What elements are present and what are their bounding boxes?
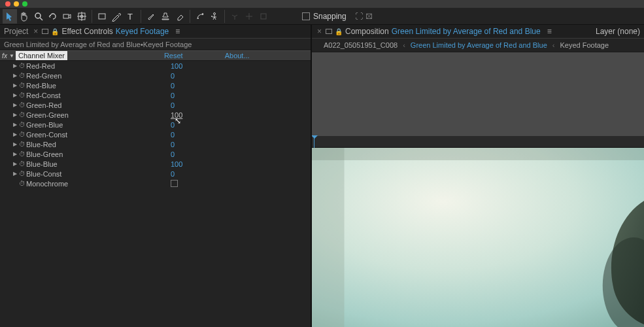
selection-tool-icon[interactable] [3, 9, 17, 24]
stopwatch-icon[interactable]: ⏱ [18, 92, 26, 99]
effect-name[interactable]: Channel Mixer [16, 51, 67, 60]
window-minimize-icon[interactable] [14, 1, 19, 7]
window-close-icon[interactable] [5, 1, 10, 7]
monochrome-checkbox[interactable] [171, 180, 178, 187]
twirl-icon[interactable]: ▶ [13, 151, 18, 157]
rect-tool-icon[interactable] [95, 9, 109, 24]
param-name: Blue-Green [26, 150, 63, 158]
twirl-icon[interactable]: ▶ [13, 73, 18, 78]
time-ruler[interactable] [312, 136, 644, 148]
param-row: ▶⏱Red-Green0 [0, 71, 311, 80]
snap-opt2-icon[interactable]: ⛝ [365, 12, 373, 21]
param-value[interactable]: 0 [171, 82, 175, 90]
crumb-c[interactable]: Keyed Footage [560, 41, 609, 49]
stopwatch-icon[interactable]: ⏱ [18, 111, 26, 118]
param-name: Red-Red [26, 62, 55, 70]
param-value[interactable]: 0 [171, 170, 175, 178]
snap-opt1-icon[interactable]: ⛶ [355, 12, 363, 21]
about-link[interactable]: About... [225, 52, 250, 60]
twirl-icon[interactable]: ▶ [13, 82, 18, 88]
twirl-icon[interactable]: ▶ [13, 122, 18, 128]
svg-line-1 [40, 18, 42, 20]
crumb-a[interactable]: A022_05051951_C008 [324, 41, 398, 49]
text-tool-icon[interactable]: T [124, 9, 138, 24]
twirl-icon[interactable]: ▶ [13, 102, 18, 108]
param-name: Red-Const [26, 92, 61, 99]
param-value[interactable]: 0 [171, 92, 175, 99]
svg-rect-12 [261, 14, 266, 19]
panel-icon [326, 29, 332, 34]
param-value[interactable]: 100 [171, 111, 182, 119]
layer-tab[interactable]: Layer (none) [596, 27, 640, 36]
lock-icon[interactable]: 🔒 [335, 28, 343, 35]
view-axis-icon[interactable] [256, 9, 271, 24]
stopwatch-icon[interactable]: ⏱ [18, 170, 26, 177]
param-value[interactable]: 0 [171, 121, 175, 129]
panel-menu-icon[interactable]: ≡ [175, 27, 180, 36]
pen-tool-icon[interactable] [109, 9, 124, 24]
stopwatch-icon[interactable]: ⏱ [18, 72, 26, 79]
stopwatch-icon[interactable]: ⏱ [18, 141, 26, 148]
stopwatch-icon[interactable]: ⏱ [18, 121, 26, 128]
param-name: Monochrome [26, 180, 68, 188]
param-value[interactable]: 100 [171, 62, 182, 70]
fx-toggle-icon[interactable]: fx [0, 52, 9, 60]
twirl-icon[interactable]: ▶ [13, 141, 18, 147]
close-icon[interactable]: × [33, 27, 38, 36]
eraser-tool-icon[interactable] [173, 9, 187, 24]
window-zoom-icon[interactable] [22, 1, 27, 7]
lock-icon[interactable]: 🔒 [51, 28, 59, 35]
stopwatch-icon[interactable]: ⏱ [18, 101, 26, 109]
param-row: ▶⏱Green-Const0 [0, 129, 311, 139]
twirl-icon[interactable]: ▶ [13, 161, 18, 167]
stamp-tool-icon[interactable] [158, 9, 173, 24]
tab-effect-controls[interactable]: 🔒 Effect Controls Keyed Footage [42, 27, 169, 36]
snapping-checkbox[interactable] [302, 12, 310, 20]
stopwatch-icon[interactable]: ⏱ [18, 62, 26, 69]
stopwatch-icon[interactable]: ⏱ [18, 150, 26, 158]
param-value[interactable]: 0 [171, 150, 175, 158]
tab-composition[interactable]: 🔒 Composition Green Limited by Average o… [326, 27, 541, 36]
param-row: ▶⏱Red-Const0 [0, 90, 311, 100]
param-row: ▶⏱Blue-Const0 [0, 169, 311, 179]
effect-header[interactable]: fx ▼ Channel Mixer Reset About... [0, 50, 311, 61]
reset-link[interactable]: Reset [164, 52, 183, 60]
world-axis-icon[interactable] [242, 9, 256, 24]
snapping-label[interactable]: Snapping [313, 12, 347, 21]
anchor-tool-icon[interactable] [75, 9, 89, 24]
param-row: ▶⏱Blue-Blue100 [0, 159, 311, 169]
param-value[interactable]: 0 [171, 131, 175, 139]
stopwatch-icon[interactable]: ⏱ [18, 180, 26, 187]
playhead-icon[interactable] [314, 136, 314, 148]
stopwatch-icon[interactable]: ⏱ [18, 131, 26, 138]
close-icon[interactable]: × [317, 27, 322, 36]
puppet-tool-icon[interactable] [207, 9, 222, 24]
param-value[interactable]: 0 [171, 72, 175, 80]
twirl-icon[interactable]: ▶ [13, 171, 18, 177]
rotate-tool-icon[interactable] [46, 9, 60, 24]
breadcrumb: Green Limited by Average of Red and Blue… [0, 39, 311, 50]
effect-controls-panel: Project × 🔒 Effect Controls Keyed Footag… [0, 25, 312, 327]
param-value[interactable]: 0 [171, 101, 175, 109]
brush-tool-icon[interactable] [144, 9, 158, 24]
param-value[interactable]: 0 [171, 141, 175, 148]
stopwatch-icon[interactable]: ⏱ [18, 82, 26, 89]
param-value[interactable]: 100 [171, 160, 182, 168]
crumb-b[interactable]: Green Limited by Average of Red and Blue [411, 41, 547, 49]
twirl-icon[interactable]: ▶ [13, 112, 18, 118]
camera-tool-icon[interactable] [60, 9, 75, 24]
hand-tool-icon[interactable] [17, 9, 31, 24]
stopwatch-icon[interactable]: ⏱ [18, 160, 26, 167]
zoom-tool-icon[interactable] [31, 9, 46, 24]
svg-rect-14 [312, 148, 345, 327]
twirl-icon[interactable]: ▶ [13, 92, 18, 98]
twirl-icon[interactable]: ▶ [13, 131, 18, 137]
twirl-icon[interactable]: ▶ [13, 63, 18, 69]
roto-tool-icon[interactable] [193, 9, 207, 24]
panel-menu-icon[interactable]: ≡ [547, 27, 552, 36]
tab-project[interactable]: Project [4, 27, 28, 36]
svg-point-11 [211, 16, 212, 17]
footage-preview [312, 148, 644, 327]
local-axis-icon[interactable] [228, 9, 242, 24]
composition-viewer[interactable] [312, 52, 644, 327]
